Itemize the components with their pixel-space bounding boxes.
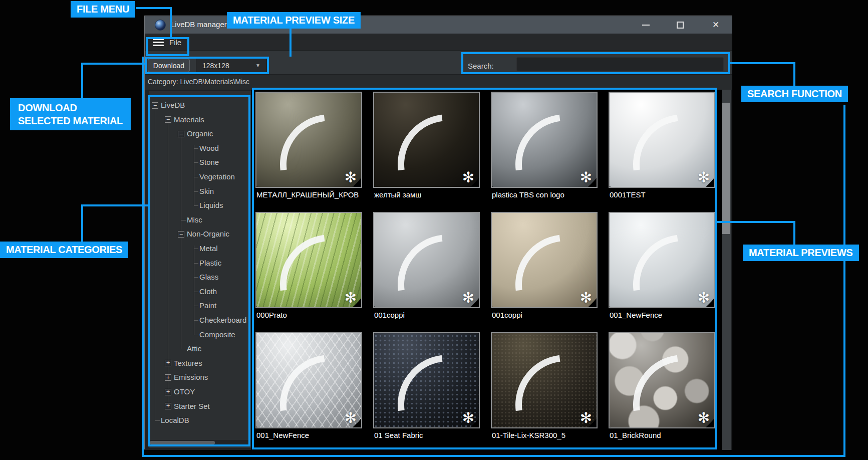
octane-logo-icon: ✻ <box>580 289 592 306</box>
material-preview-image: ✻ <box>256 333 361 427</box>
annotation-download-selected: DOWNLOAD SELECTED MATERIAL <box>10 98 131 130</box>
grid-vertical-scrollbar[interactable] <box>722 90 731 450</box>
tree-item-cloth[interactable]: Cloth <box>199 285 217 299</box>
tree-connector-line <box>181 349 186 349</box>
callout-line <box>81 204 83 242</box>
annotation-download-line1: DOWNLOAD <box>18 101 123 114</box>
tree-expander-otoy[interactable]: + <box>165 389 171 395</box>
search-label: Search: <box>468 62 494 70</box>
material-tile[interactable]: ✻ <box>373 332 480 428</box>
material-preview-image: ✻ <box>256 213 361 307</box>
tree-expander-materials[interactable]: − <box>165 116 171 123</box>
tree-connector-line <box>155 420 160 421</box>
minimize-button[interactable] <box>634 16 657 34</box>
tree-scrollbar-thumb[interactable] <box>150 441 215 444</box>
callout-line <box>142 455 845 457</box>
material-tile[interactable]: ✻ <box>491 332 598 428</box>
material-preview-image: ✻ <box>610 213 714 307</box>
close-button[interactable]: ✕ <box>704 16 727 34</box>
octane-logo-icon: ✻ <box>698 169 710 186</box>
tree-expander-organic[interactable]: − <box>178 131 184 137</box>
window-title: LiveDB manager <box>171 20 227 29</box>
tree-connector-line <box>194 292 198 292</box>
material-name: 000Prato <box>256 311 363 322</box>
material-tile[interactable]: ✻ <box>255 332 362 428</box>
octane-logo-icon: ✻ <box>462 169 474 186</box>
screenshot-stage: LiveDB manager ✕ File Download 128x128 ▼… <box>0 0 868 460</box>
octane-logo-icon: ✻ <box>345 289 357 306</box>
tree-item-paint[interactable]: Paint <box>199 299 216 313</box>
grid-scrollbar-thumb[interactable] <box>722 103 730 234</box>
tree-item-liquids[interactable]: Liquids <box>199 198 223 212</box>
material-preview-image: ✻ <box>492 213 597 307</box>
octane-app-icon <box>155 20 166 31</box>
file-menu-item[interactable]: File <box>149 36 185 49</box>
tree-item-wood[interactable]: Wood <box>199 141 219 155</box>
annotation-material-categories: MATERIAL CATEGORIES <box>0 242 128 258</box>
callout-line <box>843 105 845 457</box>
tree-expander-livedb[interactable]: − <box>152 102 158 109</box>
material-preview-image: ✻ <box>610 93 714 187</box>
material-preview-image: ✻ <box>374 93 479 187</box>
material-name: желтый замш <box>374 190 481 201</box>
annotation-material-previews: MATERIAL PREVIEWS <box>743 245 859 261</box>
search-input[interactable] <box>516 57 724 71</box>
callout-line <box>170 7 172 38</box>
material-tile[interactable]: ✻ <box>255 92 362 188</box>
material-tile[interactable]: ✻ <box>491 92 598 188</box>
material-preview-image: ✻ <box>374 213 479 307</box>
tree-item-checkerboard[interactable]: Checkerboard <box>199 313 246 327</box>
tree-expander-textures[interactable]: + <box>165 360 171 366</box>
material-tile[interactable]: ✻ <box>609 92 715 188</box>
material-tile[interactable]: ✻ <box>609 212 715 308</box>
chevron-down-icon: ▼ <box>255 63 260 68</box>
tree-item-textures[interactable]: Textures <box>174 356 202 370</box>
material-preview-image: ✻ <box>374 333 479 427</box>
preview-size-dropdown[interactable]: 128x128 ▼ <box>196 58 267 73</box>
tree-item-attic[interactable]: Attic <box>187 342 201 356</box>
material-name: 001coppi <box>492 311 599 322</box>
material-name: 001coppi <box>374 311 481 322</box>
tree-item-vegetation[interactable]: Vegetation <box>199 170 235 184</box>
annotation-download-line2: SELECTED MATERIAL <box>18 114 123 127</box>
tree-item-localdb[interactable]: LocalDB <box>161 413 189 427</box>
tree-expander-non-organic[interactable]: − <box>178 231 184 238</box>
tree-item-plastic[interactable]: Plastic <box>199 256 221 270</box>
material-name: 01-Tile-Lix-KSR300_5 <box>492 431 599 442</box>
material-preview-image: ✻ <box>492 333 597 427</box>
tree-expander-starter-set[interactable]: + <box>165 403 171 409</box>
material-tile[interactable]: ✻ <box>491 212 598 308</box>
tree-connector-line <box>155 108 155 421</box>
tree-item-metal[interactable]: Metal <box>199 242 218 256</box>
material-tile[interactable]: ✻ <box>373 92 480 188</box>
tree-item-otoy[interactable]: OTOY <box>174 385 195 399</box>
tree-item-skin[interactable]: Skin <box>199 184 214 198</box>
callout-line <box>81 204 150 206</box>
tree-connector-line <box>194 320 198 321</box>
download-button[interactable]: Download <box>148 59 190 72</box>
tree-item-starter-set[interactable]: Starter Set <box>174 399 210 413</box>
material-tile[interactable]: ✻ <box>255 212 362 308</box>
material-tile[interactable]: ✻ <box>373 212 480 308</box>
tree-item-emissions[interactable]: Emissions <box>174 370 208 384</box>
octane-logo-icon: ✻ <box>698 289 710 306</box>
tree-item-livedb[interactable]: LiveDB <box>161 98 185 112</box>
octane-logo-icon: ✻ <box>462 409 474 426</box>
tree-item-misc[interactable]: Misc <box>187 213 202 227</box>
tree-item-non-organic[interactable]: Non-Organic <box>187 227 229 241</box>
tree-connector-line <box>181 220 186 220</box>
tree-item-glass[interactable]: Glass <box>199 270 218 284</box>
tree-expander-emissions[interactable]: + <box>165 374 171 381</box>
material-tile[interactable]: ✻ <box>609 332 715 428</box>
tree-item-organic[interactable]: Organic <box>187 127 213 141</box>
callout-line <box>730 62 795 64</box>
tree-item-composite[interactable]: Composite <box>199 328 235 342</box>
tree-item-materials[interactable]: Materials <box>174 113 204 127</box>
tree-horizontal-scrollbar[interactable] <box>149 440 251 445</box>
material-name: 01 Seat Fabric <box>374 431 481 442</box>
callout-line <box>142 57 144 457</box>
tree-item-stone[interactable]: Stone <box>199 155 219 169</box>
maximize-button[interactable] <box>669 16 692 34</box>
minimize-icon <box>642 25 650 26</box>
category-bar: Category: LiveDB\Materials\Misc <box>145 75 732 90</box>
